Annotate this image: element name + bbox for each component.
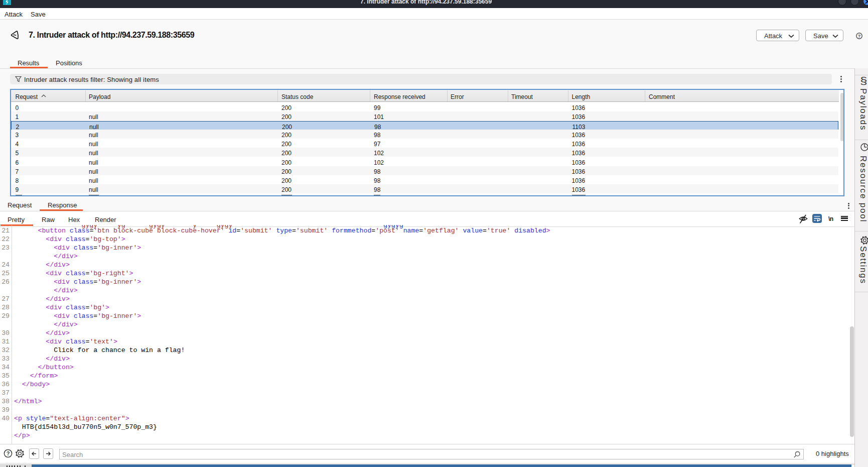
svg-text:?: ?: [7, 450, 10, 456]
svg-text:?: ?: [858, 34, 861, 39]
